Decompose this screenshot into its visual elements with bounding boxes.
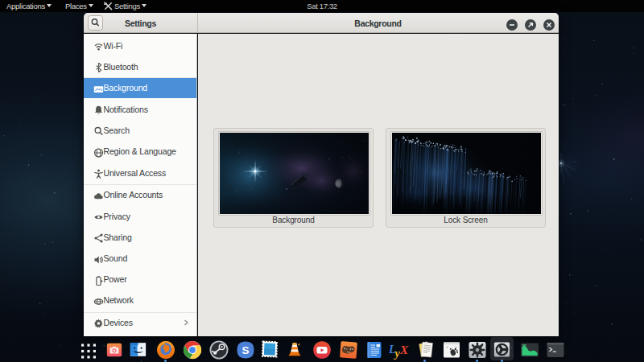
svg-text:X: X [399,343,409,356]
svg-text:S: S [242,344,249,356]
